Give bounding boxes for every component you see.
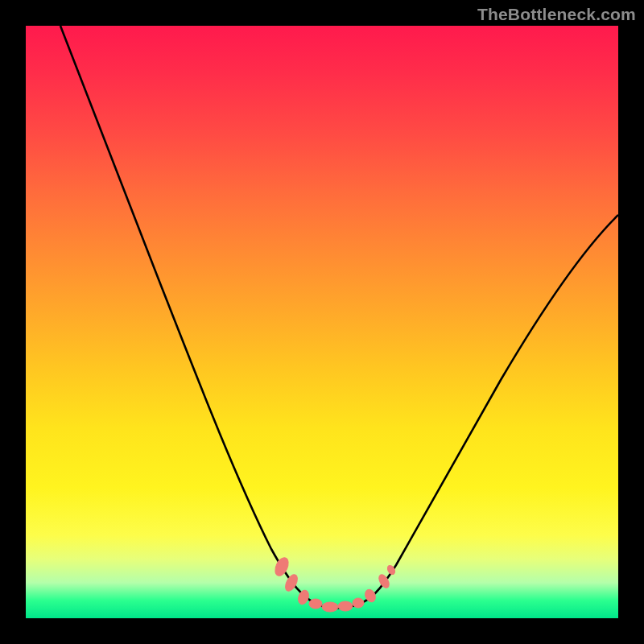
watermark-text: TheBottleneck.com	[477, 5, 636, 24]
bottleneck-curve	[60, 26, 618, 608]
curve-marker	[338, 601, 353, 611]
plot-area	[26, 26, 618, 618]
curve-marker	[353, 598, 364, 608]
curve-marker	[309, 599, 322, 609]
outer-frame: TheBottleneck.com	[0, 0, 644, 644]
curve-marker	[322, 602, 338, 612]
curve-marker	[273, 555, 291, 578]
curve-marker-group	[273, 555, 397, 612]
bottleneck-curve-svg	[26, 26, 618, 618]
